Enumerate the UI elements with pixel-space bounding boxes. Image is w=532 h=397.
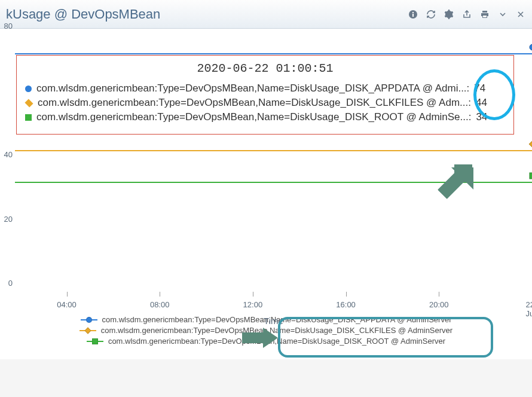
legend-marker — [81, 316, 97, 323]
series-marker-appdata — [528, 43, 532, 50]
y-tick: 0 — [8, 279, 13, 288]
legend-label: com.wlsdm.genericmbean:Type=DevOpsMBean,… — [101, 326, 452, 335]
x-tick: 12:00 — [243, 300, 263, 309]
svg-rect-2 — [412, 12, 414, 13]
svg-rect-6 — [530, 173, 532, 179]
tooltip-row: com.wlsdm.genericmbean:Type=DevOpsMBean,… — [25, 111, 505, 123]
x-tick: 08:00 — [150, 300, 170, 309]
chart-tooltip: 2020-06-22 01:00:51 com.wlsdm.genericmbe… — [16, 55, 514, 135]
x-tick: 04:00 — [57, 300, 77, 309]
tooltip-label: com.wlsdm.genericmbean:Type=DevOpsMBean,… — [38, 97, 471, 109]
print-icon[interactable] — [479, 9, 490, 20]
circle-icon — [25, 85, 32, 92]
series-line-appdata — [15, 53, 532, 54]
tooltip-value: 74 — [474, 83, 485, 94]
svg-rect-3 — [483, 16, 487, 17]
tooltip-row: com.wlsdm.genericmbean:Type=DevOpsMBean,… — [25, 83, 505, 94]
gear-icon[interactable] — [444, 9, 454, 20]
square-icon — [25, 114, 32, 121]
info-icon[interactable] — [408, 9, 418, 20]
y-tick: 40 — [4, 150, 13, 159]
close-icon[interactable] — [515, 9, 526, 20]
series-marker-root — [528, 172, 532, 179]
svg-point-4 — [530, 44, 532, 50]
tooltip-row: com.wlsdm.genericmbean:Type=DevOpsMBean,… — [25, 97, 505, 109]
series-marker-clkfiles — [528, 140, 532, 147]
panel-header: kUsage @ DevOpsMBean — [0, 0, 532, 29]
y-tick: 20 — [4, 214, 13, 223]
tooltip-label: com.wlsdm.genericmbean:Type=DevOpsMBean,… — [36, 83, 469, 94]
share-icon[interactable] — [461, 9, 472, 20]
legend-item[interactable]: com.wlsdm.genericmbean:Type=DevOpsMBean,… — [0, 326, 532, 335]
tooltip-value: 34 — [476, 111, 487, 123]
svg-rect-1 — [412, 14, 414, 17]
svg-rect-5 — [529, 141, 532, 147]
panel-title: kUsage @ DevOpsMBean — [6, 7, 160, 22]
header-toolbar — [408, 9, 526, 20]
x-tick: 16:00 — [336, 300, 356, 309]
legend-item[interactable]: com.wlsdm.genericmbean:Type=DevOpsMBean,… — [0, 337, 532, 346]
refresh-icon[interactable] — [426, 9, 436, 20]
legend-label: com.wlsdm.genericmbean:Type=DevOpsMBean,… — [108, 337, 445, 346]
series-line-clkfiles — [15, 150, 532, 151]
tooltip-timestamp: 2020-06-22 01:00:51 — [25, 62, 505, 75]
tooltip-label: com.wlsdm.genericmbean:Type=DevOpsMBean,… — [36, 111, 471, 123]
diamond-icon — [25, 99, 33, 107]
x-tick: 20:00 — [429, 300, 449, 309]
legend-marker — [80, 327, 96, 334]
chevron-down-icon[interactable] — [497, 9, 508, 20]
y-axis: 0 20 40 80 — [0, 35, 15, 292]
legend-marker — [87, 338, 103, 345]
tooltip-value: 44 — [476, 97, 487, 109]
y-tick: 80 — [4, 22, 13, 30]
series-line-root — [15, 182, 532, 183]
